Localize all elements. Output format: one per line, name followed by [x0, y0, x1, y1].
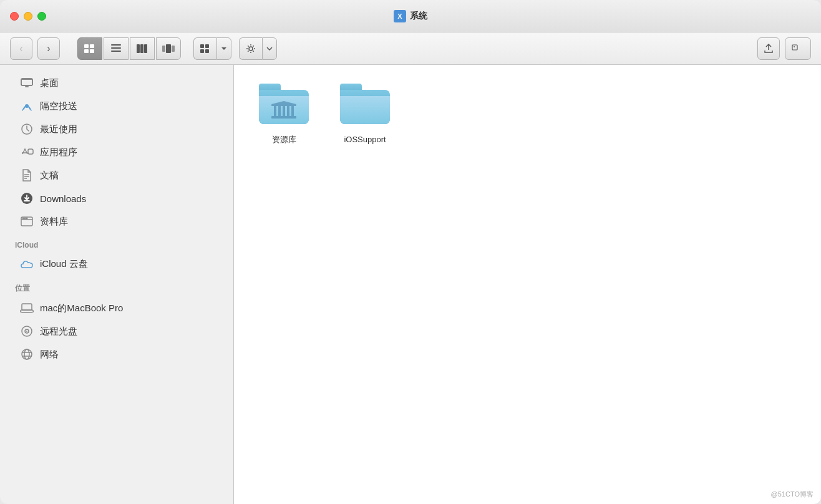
airdrop-icon	[20, 99, 34, 113]
folder-item-library[interactable]: 资源库	[253, 84, 315, 145]
svg-rect-44	[271, 116, 296, 119]
svg-point-39	[26, 331, 27, 332]
sidebar-item-network[interactable]: 网络	[5, 343, 228, 366]
svg-rect-49	[287, 106, 289, 116]
view-list-button[interactable]	[104, 37, 129, 60]
folder-item-iossupport[interactable]: iOSSupport	[334, 84, 396, 145]
sidebar-item-label-airdrop: 隔空投送	[40, 100, 77, 112]
view-mode-buttons	[77, 37, 181, 60]
documents-icon	[20, 168, 34, 182]
svg-rect-46	[274, 106, 276, 116]
sidebar-item-airdrop[interactable]: 隔空投送	[5, 95, 228, 117]
view-columns-button[interactable]	[130, 37, 155, 60]
window-title: 系统	[410, 11, 427, 22]
sidebar-item-label-optical: 远程光盘	[40, 326, 77, 337]
svg-rect-12	[172, 46, 175, 52]
forward-button[interactable]: ›	[37, 37, 60, 60]
svg-rect-10	[162, 46, 165, 52]
arrange-button[interactable]	[193, 37, 216, 60]
title-icon: X	[394, 10, 406, 22]
svg-point-19	[794, 46, 795, 47]
network-icon	[20, 347, 34, 361]
watermark: @51CTO博客	[771, 490, 814, 499]
svg-rect-7	[137, 44, 140, 53]
title-bar: X 系统	[0, 0, 821, 32]
sidebar-item-desktop[interactable]: 桌面	[5, 72, 228, 94]
sidebar-item-label-desktop: 桌面	[40, 77, 59, 89]
svg-rect-2	[84, 49, 89, 53]
svg-rect-50	[291, 106, 294, 116]
view-gallery-button[interactable]	[156, 37, 181, 60]
traffic-lights	[10, 12, 46, 21]
sidebar-item-icloud-drive[interactable]: iCloud 云盘	[5, 253, 228, 275]
svg-rect-22	[25, 86, 29, 87]
icloud-section-label: iCloud	[0, 233, 233, 252]
svg-rect-16	[205, 49, 209, 53]
sidebar-item-documents[interactable]: 文稿	[5, 164, 228, 187]
tag-button[interactable]	[785, 37, 811, 60]
sidebar-item-repository[interactable]: 资料库	[5, 210, 228, 233]
downloads-icon	[20, 191, 34, 205]
close-button[interactable]	[10, 12, 19, 21]
arrange-chevron-button[interactable]	[216, 37, 231, 60]
svg-rect-0	[84, 44, 89, 48]
repository-icon	[20, 215, 34, 228]
sidebar-item-applications[interactable]: 应用程序	[5, 141, 228, 163]
svg-point-33	[22, 218, 24, 219]
svg-rect-48	[283, 106, 285, 116]
laptop-icon	[20, 301, 34, 315]
svg-rect-8	[140, 44, 143, 53]
sidebar-item-label-recents: 最近使用	[40, 124, 77, 135]
view-icon-button[interactable]	[77, 37, 102, 60]
desktop-icon	[20, 76, 34, 90]
svg-rect-47	[278, 106, 281, 116]
sidebar-item-downloads[interactable]: Downloads	[5, 187, 228, 210]
svg-rect-5	[111, 47, 121, 49]
svg-rect-45	[271, 104, 296, 106]
share-button[interactable]	[757, 37, 780, 60]
sidebar-item-macbook[interactable]: mac的MacBook Pro	[5, 297, 228, 319]
sidebar-item-label-icloud-drive: iCloud 云盘	[40, 258, 88, 270]
svg-point-41	[24, 349, 29, 359]
svg-rect-4	[111, 44, 121, 46]
svg-rect-13	[200, 44, 204, 48]
folder-label-iossupport: iOSSupport	[344, 135, 386, 145]
svg-rect-25	[28, 149, 33, 154]
svg-rect-18	[792, 45, 797, 50]
minimize-button[interactable]	[24, 12, 32, 21]
icloud-icon	[20, 257, 34, 271]
locations-section-label: 位置	[0, 276, 233, 296]
folder-icon-library	[259, 84, 309, 128]
sidebar-item-label-documents: 文稿	[40, 170, 59, 182]
action-button[interactable]	[239, 37, 262, 60]
svg-rect-1	[90, 44, 94, 48]
svg-point-40	[22, 349, 32, 359]
sidebar-item-label-network: 网络	[40, 349, 59, 361]
svg-point-35	[26, 218, 27, 219]
svg-rect-36	[22, 304, 32, 310]
sidebar-item-label-repository: 资料库	[40, 216, 68, 228]
svg-rect-11	[166, 44, 171, 53]
action-chevron-button[interactable]	[262, 37, 277, 60]
optical-icon	[20, 324, 34, 338]
sidebar-item-optical[interactable]: 远程光盘	[5, 320, 228, 342]
applications-icon	[20, 145, 34, 159]
svg-rect-15	[200, 49, 204, 53]
sidebar: 桌面 隔空投送 最近使用	[0, 65, 234, 504]
back-button[interactable]: ‹	[10, 37, 32, 60]
sidebar-item-label-downloads: Downloads	[40, 193, 86, 204]
svg-point-34	[24, 218, 26, 219]
svg-rect-21	[21, 79, 32, 80]
toolbar: ‹ ›	[0, 32, 821, 65]
recents-icon	[20, 122, 34, 136]
folder-icon-iossupport	[340, 84, 390, 128]
maximize-button[interactable]	[37, 12, 46, 21]
sidebar-item-label-macbook: mac的MacBook Pro	[40, 303, 123, 314]
svg-rect-6	[111, 51, 121, 52]
sidebar-item-label-applications: 应用程序	[40, 147, 77, 158]
sidebar-item-recents[interactable]: 最近使用	[5, 118, 228, 140]
folder-label-library: 资源库	[272, 135, 296, 145]
svg-rect-9	[144, 44, 147, 53]
svg-point-17	[249, 47, 253, 51]
content-area: 资源库 iOSSupport	[234, 65, 821, 504]
